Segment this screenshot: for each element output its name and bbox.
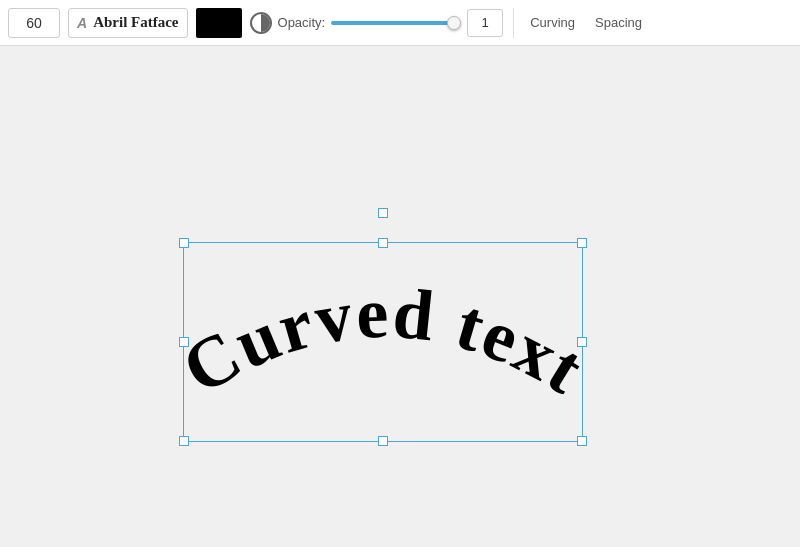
- opacity-label: Opacity:: [278, 15, 326, 30]
- handle-bottom-left[interactable]: [179, 436, 189, 446]
- svg-text:Curved text: Curved text: [169, 273, 598, 410]
- font-size-input[interactable]: [8, 8, 60, 38]
- handle-top-center[interactable]: [378, 238, 388, 248]
- curving-button[interactable]: Curving: [524, 11, 581, 34]
- spacing-button[interactable]: Spacing: [589, 11, 648, 34]
- opacity-value-input[interactable]: [467, 9, 503, 37]
- opacity-control: Opacity:: [250, 9, 504, 37]
- handle-bottom-right[interactable]: [577, 436, 587, 446]
- toolbar: A Abril Fatface Opacity: Curving Spacing: [0, 0, 800, 46]
- handle-top-above[interactable]: [378, 208, 388, 218]
- color-swatch[interactable]: [196, 8, 242, 38]
- font-selector[interactable]: A Abril Fatface: [68, 8, 188, 38]
- handle-bottom-center[interactable]: [378, 436, 388, 446]
- handle-middle-right[interactable]: [577, 337, 587, 347]
- opacity-slider[interactable]: [331, 21, 461, 25]
- handle-middle-left[interactable]: [179, 337, 189, 347]
- opacity-icon: [250, 12, 272, 34]
- curved-text-svg: Curved text: [183, 242, 583, 442]
- selection-box: [183, 242, 583, 442]
- font-icon: A: [77, 15, 87, 31]
- canvas-area: Curved text: [0, 46, 800, 547]
- handle-top-right[interactable]: [577, 238, 587, 248]
- divider: [513, 8, 514, 38]
- handle-top-left[interactable]: [179, 238, 189, 248]
- font-name-label: Abril Fatface: [93, 14, 178, 31]
